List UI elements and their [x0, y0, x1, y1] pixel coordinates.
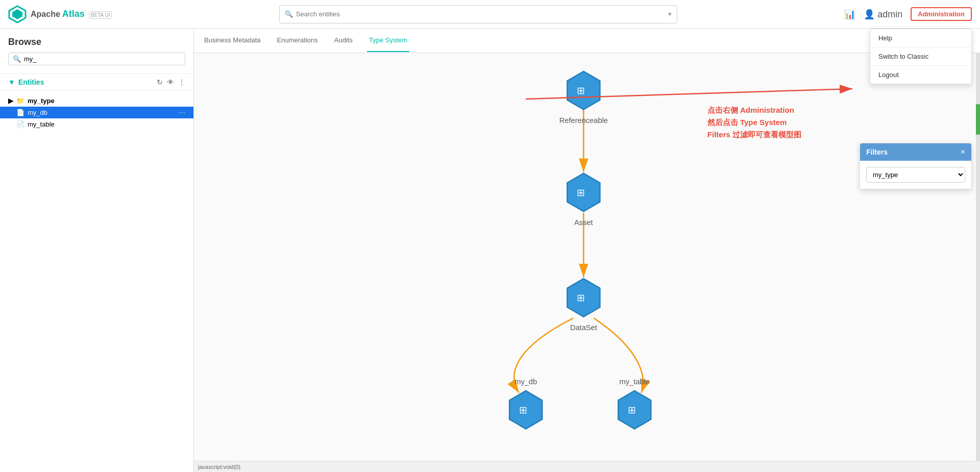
tree-item-my-db[interactable]: 📄 my_db ⋯: [0, 107, 193, 118]
entities-chevron-icon[interactable]: ▼: [8, 78, 15, 86]
node-my-db[interactable]: ⊞ my_db: [509, 378, 542, 429]
administration-button[interactable]: Administration: [911, 7, 972, 21]
dropdown-switch-classic[interactable]: Switch to Classic: [870, 47, 971, 65]
logo-apache-text: Apache: [31, 10, 60, 19]
sidebar-search-input[interactable]: [24, 55, 181, 63]
tab-type-system[interactable]: Type System: [367, 29, 409, 52]
red-arrow: [500, 79, 883, 119]
svg-text:my_table: my_table: [620, 378, 650, 386]
header-right: 📊 👤 admin Administration: [844, 7, 972, 21]
refresh-icon[interactable]: ↻: [157, 78, 163, 86]
dropdown-help[interactable]: Help: [870, 29, 971, 47]
scroll-thumb: [976, 104, 980, 135]
search-dropdown-icon[interactable]: ▾: [668, 10, 672, 18]
user-label: admin: [877, 9, 902, 19]
tree-item-label-my-db: my_db: [28, 109, 47, 116]
search-container: 🔍 ▾: [279, 5, 677, 23]
dropdown-logout[interactable]: Logout: [870, 66, 971, 84]
search-icon: 🔍: [285, 10, 293, 18]
entities-icons: ↻ 👁 ⋮: [157, 78, 185, 86]
svg-marker-1: [12, 9, 22, 19]
folder-icon: 📁: [16, 97, 24, 105]
svg-text:⊞: ⊞: [577, 187, 585, 198]
folder-chevron-icon: ▶: [8, 97, 13, 105]
entities-label: ▼ Entities: [8, 78, 153, 86]
tree-folder-my-type[interactable]: ▶ 📁 my_type: [0, 95, 193, 107]
node-asset[interactable]: ⊞ Asset: [567, 173, 600, 227]
folder-label: my_type: [28, 97, 55, 105]
svg-text:⊞: ⊞: [628, 405, 636, 415]
filters-panel: Filters × my_type my_db my_table: [860, 143, 972, 189]
content-area: Business Metadata Enumerations Audits Ty…: [194, 29, 980, 472]
sidebar-title: Browse: [8, 37, 185, 47]
visibility-icon[interactable]: 👁: [167, 78, 174, 86]
filters-body: my_type my_db my_table: [860, 161, 971, 189]
svg-text:⊞: ⊞: [577, 292, 585, 303]
tree-item-dots-menu[interactable]: ⋯: [179, 109, 185, 116]
node-dataset[interactable]: ⊞ DataSet: [567, 279, 600, 332]
sidebar-header: Browse 🔍: [0, 29, 193, 74]
node-my-table[interactable]: ⊞ my_table: [618, 378, 651, 429]
filters-title: Filters: [866, 148, 888, 156]
sidebar: Browse 🔍 ▼ Entities ↻ 👁 ⋮ ▶ 📁 my_type: [0, 29, 194, 472]
tree-view: ▶ 📁 my_type 📄 my_db ⋯ 📄 my_table: [0, 91, 193, 472]
svg-line-3: [526, 89, 852, 99]
status-bar: javascript:void(0): [194, 461, 980, 472]
file-icon-my-db: 📄: [16, 109, 24, 116]
search-bar: 🔍 ▾: [112, 5, 844, 23]
filters-header: Filters ×: [860, 143, 971, 161]
graph-area: ⤢ 📷 ⚙ ▼ 点击右侧 Administration 然后点击 Type Sy…: [194, 53, 980, 461]
status-text: javascript:void(0): [198, 464, 240, 470]
logo-icon: [8, 5, 27, 23]
sidebar-search: 🔍: [8, 53, 185, 65]
annotation-line3: Filters 过滤即可查看模型图: [707, 129, 801, 141]
header: Apache Atlas BETA UI 🔍 ▾ 📊 👤 admin Admin…: [0, 0, 980, 29]
tree-item-label-my-table: my_table: [28, 120, 55, 128]
user-icon-btn[interactable]: 👤 admin: [864, 9, 902, 20]
logo-beta-badge: BETA UI: [89, 11, 112, 19]
filters-close-btn[interactable]: ×: [961, 147, 965, 157]
scroll-indicator: [976, 53, 980, 461]
sidebar-search-icon: 🔍: [13, 55, 21, 63]
svg-text:⊞: ⊞: [519, 405, 527, 415]
tab-enumerations[interactable]: Enumerations: [275, 29, 320, 52]
entities-section: ▼ Entities ↻ 👁 ⋮: [0, 74, 193, 91]
svg-text:DataSet: DataSet: [570, 324, 597, 332]
filters-type-select[interactable]: my_type my_db my_table: [866, 167, 965, 183]
svg-text:my_db: my_db: [514, 378, 537, 386]
entities-label-text: Entities: [18, 78, 44, 86]
tab-audits[interactable]: Audits: [332, 29, 355, 52]
logo-area: Apache Atlas BETA UI: [8, 5, 112, 23]
tab-business-metadata[interactable]: Business Metadata: [202, 29, 263, 52]
main-layout: Browse 🔍 ▼ Entities ↻ 👁 ⋮ ▶ 📁 my_type: [0, 29, 980, 472]
more-icon[interactable]: ⋮: [178, 78, 185, 86]
search-input[interactable]: [296, 10, 668, 18]
logo-atlas-text: Atlas: [62, 9, 85, 19]
svg-text:Asset: Asset: [574, 218, 593, 227]
admin-dropdown-menu: Help Switch to Classic Logout: [870, 29, 972, 84]
logo-text: Apache Atlas BETA UI: [31, 9, 112, 19]
file-icon-my-table: 📄: [16, 120, 24, 128]
tree-item-my-table[interactable]: 📄 my_table: [0, 118, 193, 130]
tabs-bar: Business Metadata Enumerations Audits Ty…: [194, 29, 980, 53]
chart-icon-btn[interactable]: 📊: [844, 9, 855, 20]
